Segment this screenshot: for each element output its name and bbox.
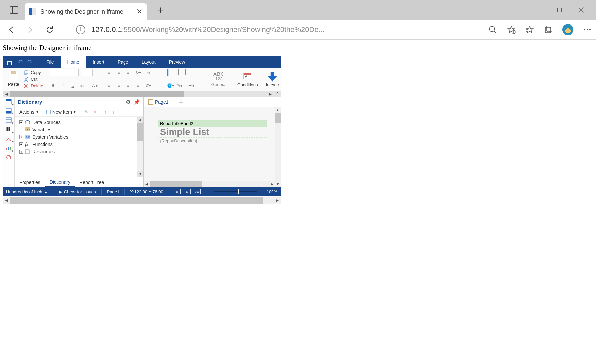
frame-scroll-right-icon[interactable]: ▶: [273, 197, 281, 204]
border-left-button[interactable]: [170, 69, 177, 75]
toolbox-shape-icon[interactable]: ▸: [5, 135, 13, 142]
vscroll-up-icon[interactable]: ▲: [275, 107, 281, 113]
zoom-100-icon[interactable]: 100: [194, 189, 201, 194]
check-issues-button[interactable]: ▶ Check for Issues: [59, 189, 96, 194]
back-button[interactable]: [4, 23, 19, 37]
italic-button[interactable]: I: [59, 82, 67, 89]
tree-scrollbar[interactable]: ▲ ▼: [137, 117, 143, 177]
border-style-button[interactable]: ━ ▾: [185, 82, 198, 89]
align-left-icon[interactable]: ≡: [105, 82, 113, 89]
delete-button[interactable]: Delete: [24, 83, 43, 89]
conditions-button[interactable]: A Conditions: [235, 69, 260, 90]
maximize-button[interactable]: [552, 2, 568, 18]
redo-icon[interactable]: ↷: [26, 58, 34, 66]
move-up-icon[interactable]: ↑: [103, 109, 108, 114]
tab-page[interactable]: Page: [111, 56, 135, 68]
line-spacing-icon[interactable]: ⇵▾: [144, 82, 152, 89]
align-top-left-icon[interactable]: ≡: [105, 69, 113, 76]
format-display[interactable]: ABC 123 General: [209, 71, 229, 87]
align-right-icon[interactable]: ≡: [124, 82, 132, 89]
address-bar[interactable]: i 127.0.0.1:5500/Working%20with%20Design…: [76, 25, 328, 34]
tab-home[interactable]: Home: [61, 56, 86, 68]
toolbox-image-icon[interactable]: ▸: [5, 108, 13, 114]
favorite-add-icon[interactable]: [507, 25, 516, 34]
units-dropdown[interactable]: Hundredths of Inch ▲: [6, 189, 48, 194]
scroll-thumb[interactable]: [10, 91, 184, 97]
toolbox-gauge-icon[interactable]: [5, 154, 13, 160]
tab-layout[interactable]: Layout: [135, 56, 162, 68]
browser-tab[interactable]: Showing the Designer in iframe ✕: [25, 3, 147, 20]
expand-icon[interactable]: +: [19, 142, 23, 146]
hscroll-left-icon[interactable]: ◀: [144, 181, 150, 187]
align-top-center-icon[interactable]: ≡: [115, 69, 123, 76]
new-item-dropdown[interactable]: +New Item ▼: [44, 109, 78, 115]
strikethrough-button[interactable]: abc: [79, 82, 87, 89]
paste-button[interactable]: Paste: [5, 69, 22, 90]
tab-dictionary[interactable]: Dictionary: [45, 177, 75, 187]
close-window-button[interactable]: [573, 2, 589, 18]
border-none-button[interactable]: [158, 69, 165, 75]
grid-toggle-icon[interactable]: ⊞: [174, 189, 181, 194]
border-color-button[interactable]: ✎▾: [176, 82, 184, 89]
canvas-hscrollbar[interactable]: ◀ ▶: [144, 181, 275, 187]
tab-report-tree[interactable]: Report Tree: [75, 177, 109, 187]
report-title-band[interactable]: ReportTitleBand2 Simple List {ReportDesc…: [158, 120, 267, 144]
zoom-handle[interactable]: [238, 189, 239, 194]
zoom-slider[interactable]: [214, 191, 257, 192]
report-title-text[interactable]: Simple List: [158, 127, 267, 137]
report-page[interactable]: ReportTitleBand2 Simple List {ReportDesc…: [158, 120, 267, 144]
report-description-text[interactable]: {ReportDescription}: [158, 137, 267, 144]
cut-button[interactable]: Cut: [24, 76, 43, 82]
scroll-left-icon[interactable]: ◀: [3, 91, 10, 97]
minimize-button[interactable]: [530, 2, 546, 18]
tree-item-data-sources[interactable]: +Data Sources: [19, 119, 142, 126]
bold-button[interactable]: B: [49, 82, 57, 89]
hscroll-thumb[interactable]: [150, 181, 202, 187]
zoom-in-button[interactable]: +: [261, 189, 263, 194]
move-down-icon[interactable]: ↓: [111, 109, 116, 114]
tab-properties[interactable]: Properties: [15, 177, 45, 187]
favorites-icon[interactable]: [525, 25, 534, 34]
scroll-up-icon[interactable]: ▲: [137, 117, 143, 123]
zoom-out-icon[interactable]: [488, 25, 497, 34]
collections-icon[interactable]: [544, 25, 553, 34]
canvas-vscrollbar[interactable]: ▲ ▼: [275, 107, 281, 187]
toolbox-barcode-icon[interactable]: ▸: [5, 126, 13, 133]
vscroll-down-icon[interactable]: ▼: [275, 181, 281, 187]
expand-icon[interactable]: +: [19, 150, 23, 154]
border-bottom-button[interactable]: [196, 69, 203, 75]
new-tab-button[interactable]: ＋: [154, 3, 167, 17]
tab-actions-icon[interactable]: [7, 3, 21, 17]
tree-item-system-variables[interactable]: +X@System Variables: [19, 133, 142, 141]
tree-item-resources[interactable]: +Resources: [19, 148, 142, 155]
scroll-track[interactable]: [10, 91, 266, 97]
copy-button[interactable]: Copy: [24, 70, 43, 76]
edit-icon[interactable]: ✎: [84, 109, 89, 114]
align-justify-icon[interactable]: ≡: [134, 82, 142, 89]
border-right-button[interactable]: [187, 69, 194, 75]
scroll-thumb[interactable]: [137, 123, 143, 141]
remove-icon[interactable]: ✕: [92, 109, 97, 114]
rotate-icon[interactable]: ↻▾: [134, 69, 142, 76]
panel-pin-icon[interactable]: 📌: [134, 99, 140, 105]
align-toggle-icon[interactable]: ⊡: [184, 189, 191, 194]
underline-button[interactable]: U: [69, 82, 77, 89]
forward-button[interactable]: [23, 23, 38, 37]
align-top-right-icon[interactable]: ≡: [124, 69, 132, 76]
design-surface[interactable]: ReportTitleBand2 Simple List {ReportDesc…: [144, 107, 281, 187]
interaction-button[interactable]: Interac: [263, 69, 281, 90]
font-name-dropdown[interactable]: [49, 69, 79, 76]
hscroll-right-icon[interactable]: ▶: [269, 181, 275, 187]
fill-color-button[interactable]: 🪣▾: [167, 82, 174, 89]
border-outline-button[interactable]: [158, 82, 165, 88]
font-size-dropdown[interactable]: [81, 69, 93, 76]
indent-icon[interactable]: ⇥: [144, 69, 152, 76]
tab-file[interactable]: File: [40, 56, 61, 68]
scroll-down-icon[interactable]: ▼: [137, 171, 143, 177]
toolbox-text-icon[interactable]: ▸: [5, 98, 13, 105]
site-info-icon[interactable]: i: [76, 25, 85, 34]
tree-item-functions[interactable]: +fxFunctions: [19, 141, 142, 148]
refresh-button[interactable]: [42, 23, 57, 37]
border-all-button[interactable]: [167, 69, 169, 76]
collapse-ribbon-icon[interactable]: ⌃: [273, 91, 281, 97]
